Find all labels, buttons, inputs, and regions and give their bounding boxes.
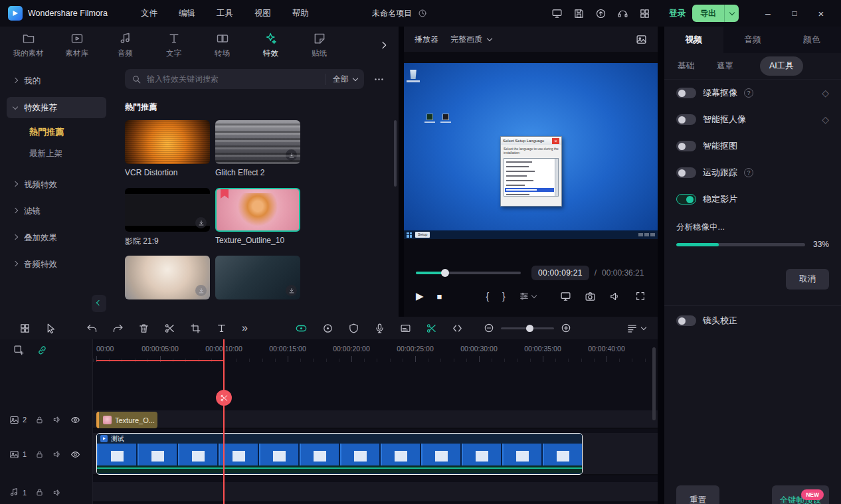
track-2-lane[interactable] <box>93 410 658 429</box>
delete-icon[interactable] <box>138 323 149 334</box>
keyframe-diamond-icon[interactable]: ◇ <box>822 114 829 125</box>
clip-texture-overlay[interactable]: Texture_O... <box>96 412 157 428</box>
subtab-mask[interactable]: 遮罩 <box>717 60 733 72</box>
cancel-button[interactable]: 取消 <box>786 269 829 290</box>
speed-ramping-icon[interactable] <box>295 322 308 335</box>
login-button[interactable]: 登录 <box>669 8 686 19</box>
seek-slider[interactable] <box>416 272 521 274</box>
menu-help[interactable]: 帮助 <box>282 8 320 19</box>
close-button[interactable]: × <box>808 8 834 19</box>
track-manager-button[interactable] <box>626 323 646 334</box>
help-icon[interactable]: ? <box>744 88 753 98</box>
export-dropdown[interactable] <box>724 5 739 22</box>
volume-icon[interactable] <box>609 291 620 302</box>
timeline-ruler[interactable]: 00:00 00:00:05:00 00:00:10:00 00:00:15:0… <box>93 339 658 362</box>
subtab-ai-tools[interactable]: AI工具 <box>760 56 803 76</box>
menu-file[interactable]: 文件 <box>130 8 168 19</box>
display-mode-icon[interactable] <box>560 291 571 302</box>
nav-item-recommended[interactable]: 特效推荐 <box>7 97 106 118</box>
reset-button[interactable]: 重置 <box>676 485 719 504</box>
text-tool-icon[interactable] <box>216 323 227 334</box>
greenscreen-toggle[interactable] <box>676 88 696 98</box>
motion-tracking-icon[interactable] <box>322 323 333 334</box>
zoom-knob[interactable] <box>526 325 533 332</box>
tab-my-media[interactable]: 我的素材 <box>4 32 52 58</box>
play-button[interactable]: ▶ <box>416 290 424 302</box>
scrollbar[interactable] <box>394 120 397 187</box>
download-icon[interactable] <box>286 149 297 161</box>
menu-edit[interactable]: 编辑 <box>168 8 206 19</box>
minimize-button[interactable]: – <box>755 8 781 19</box>
stop-button[interactable]: ■ <box>437 292 442 301</box>
lock-icon[interactable] <box>35 416 44 424</box>
project-history-icon[interactable] <box>418 9 427 18</box>
mask-shield-icon[interactable] <box>348 323 359 334</box>
search-input[interactable] <box>147 74 320 84</box>
seek-knob[interactable] <box>441 269 449 277</box>
filter-dropdown[interactable]: 全部 <box>326 74 357 85</box>
portrait-cutout-toggle[interactable] <box>676 114 696 125</box>
undo-icon[interactable] <box>86 323 98 334</box>
lock-icon[interactable] <box>35 450 44 459</box>
playhead-scissors-badge[interactable] <box>216 390 232 406</box>
more-tools-icon[interactable]: » <box>242 322 248 334</box>
quality-dropdown[interactable]: 完整画质 <box>450 34 492 45</box>
effect-thumb-portrait[interactable] <box>125 256 210 299</box>
display-settings-icon[interactable] <box>551 8 563 19</box>
mute-speaker-icon[interactable] <box>52 415 62 424</box>
tab-audio-props[interactable]: 音频 <box>723 27 783 53</box>
motion-tracking-toggle[interactable] <box>676 167 696 178</box>
tab-titles[interactable]: 文字 <box>149 32 198 58</box>
download-icon[interactable] <box>195 285 207 296</box>
export-button[interactable]: 导出 <box>692 5 739 22</box>
snapshot-camera-icon[interactable] <box>585 291 596 302</box>
redo-icon[interactable] <box>112 323 124 334</box>
tab-transitions[interactable]: 转场 <box>198 32 246 58</box>
select-cursor-icon[interactable] <box>45 323 56 334</box>
help-icon[interactable]: ? <box>744 168 753 177</box>
lock-icon[interactable] <box>35 488 44 497</box>
tab-color[interactable]: 颜色 <box>782 27 841 53</box>
mute-speaker-icon[interactable] <box>52 450 62 459</box>
lens-correction-toggle[interactable] <box>676 315 696 326</box>
subtitle-icon[interactable] <box>400 323 411 334</box>
fullscreen-icon[interactable] <box>635 291 646 301</box>
smart-cutout-toggle[interactable] <box>676 141 696 151</box>
effect-thumb-texture-outline-10[interactable] <box>215 188 300 232</box>
mute-speaker-icon[interactable] <box>52 488 62 497</box>
eye-visibility-icon[interactable] <box>70 415 80 425</box>
video-viewport[interactable]: Select Setup Language × Select the langu… <box>404 63 658 239</box>
audio-track-lane[interactable] <box>93 482 658 503</box>
effect-thumb-cinema-219[interactable] <box>125 188 210 232</box>
more-options-icon[interactable] <box>373 74 385 85</box>
mark-in-button[interactable]: { <box>486 291 489 301</box>
effect-thumb-dark-scene[interactable] <box>215 256 300 299</box>
eye-visibility-icon[interactable] <box>70 450 80 460</box>
nav-item-video-effects[interactable]: 视频特效 <box>7 174 106 195</box>
media-layout-icon[interactable] <box>19 323 31 334</box>
effect-thumb-vcr-distortion[interactable] <box>125 120 210 164</box>
playhead[interactable] <box>223 339 225 504</box>
mark-out-button[interactable]: } <box>502 291 506 301</box>
auto-ripple-link-icon[interactable] <box>37 345 48 356</box>
tab-stock-media[interactable]: 素材库 <box>52 32 101 58</box>
collapse-nav-button[interactable] <box>92 295 106 312</box>
download-icon[interactable] <box>286 285 297 296</box>
split-scissors-icon[interactable] <box>164 323 175 334</box>
maximize-button[interactable]: □ <box>781 9 808 18</box>
zoom-slider[interactable] <box>501 327 554 329</box>
save-icon[interactable] <box>573 8 585 19</box>
timeline-scrollbar[interactable] <box>652 347 656 420</box>
snapshot-image-icon[interactable] <box>636 34 647 45</box>
tab-audio[interactable]: 音频 <box>101 32 149 58</box>
download-icon[interactable] <box>195 217 207 228</box>
nav-item-audio-effects[interactable]: 音频特效 <box>7 254 106 275</box>
clip-main-video-selected[interactable]: 测试 <box>96 433 583 475</box>
tab-strip-expand-button[interactable] <box>379 40 389 50</box>
stabilization-toggle[interactable] <box>676 194 696 205</box>
tab-effects[interactable]: 特效 <box>246 32 295 58</box>
crop-icon[interactable] <box>190 323 201 334</box>
keyframe-diamond-icon[interactable]: ◇ <box>822 88 829 98</box>
add-track-icon[interactable] <box>13 345 25 356</box>
menu-tools[interactable]: 工具 <box>206 8 244 19</box>
